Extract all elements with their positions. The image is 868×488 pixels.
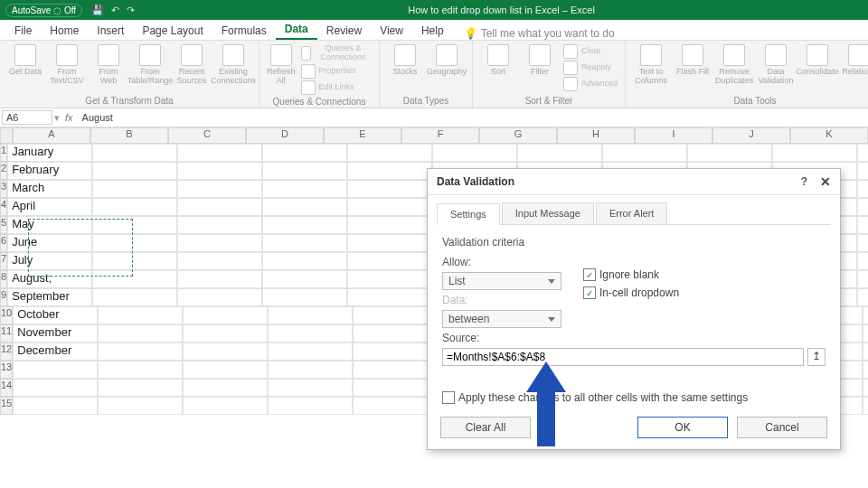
advanced-filter-button[interactable]: Advanced	[563, 77, 618, 91]
cell[interactable]	[863, 324, 868, 343]
cell[interactable]	[863, 379, 868, 397]
cell[interactable]: October	[13, 306, 98, 324]
cell[interactable]	[98, 324, 183, 343]
clear-filter-button[interactable]: Clear	[563, 44, 618, 59]
cell[interactable]: May	[7, 216, 92, 234]
select-all-corner[interactable]	[0, 127, 13, 144]
cell[interactable]: April	[7, 198, 92, 216]
row-header[interactable]: 9	[0, 288, 7, 306]
close-icon[interactable]: ✕	[820, 174, 831, 189]
cell[interactable]	[262, 234, 347, 252]
col-header[interactable]: B	[90, 127, 168, 144]
cell[interactable]	[857, 180, 868, 198]
col-header[interactable]: C	[168, 127, 246, 144]
from-text-csv-button[interactable]: From Text/CSV	[49, 44, 85, 86]
tab-view[interactable]: View	[371, 22, 412, 40]
tab-help[interactable]: Help	[412, 22, 453, 40]
ignore-blank-checkbox[interactable]: ✓Ignore blank	[583, 268, 679, 281]
cell[interactable]	[857, 144, 868, 162]
row-header[interactable]: 13	[0, 361, 13, 379]
cell[interactable]	[347, 252, 432, 270]
cell[interactable]	[262, 180, 347, 198]
save-icon[interactable]: 💾	[91, 5, 104, 16]
cell[interactable]	[772, 144, 857, 162]
clear-all-button[interactable]: Clear All	[440, 417, 531, 438]
cell[interactable]	[177, 180, 262, 198]
cell[interactable]	[268, 397, 353, 415]
cell[interactable]	[857, 252, 868, 270]
col-header[interactable]: A	[13, 127, 90, 144]
range-picker-icon[interactable]: ↥	[807, 348, 826, 366]
row-header[interactable]: 3	[0, 180, 7, 198]
fx-icon[interactable]: fx	[65, 112, 73, 123]
formula-input[interactable]: August	[79, 112, 868, 123]
existing-connections-button[interactable]: Existing Connections	[215, 44, 251, 86]
cell[interactable]	[857, 234, 868, 252]
cell[interactable]	[268, 343, 353, 361]
cell[interactable]	[177, 270, 262, 288]
text-to-columns-button[interactable]: Text to Columns	[633, 44, 669, 86]
cell[interactable]	[347, 180, 432, 198]
tab-formulas[interactable]: Formulas	[212, 22, 276, 40]
autosave-toggle[interactable]: AutoSave ◌ Off	[5, 4, 82, 17]
tab-home[interactable]: Home	[41, 22, 88, 40]
apply-all-checkbox[interactable]: Apply these changes to all other cells w…	[442, 391, 826, 404]
cell[interactable]	[863, 361, 868, 379]
cell[interactable]	[857, 162, 868, 180]
cell[interactable]	[92, 198, 177, 216]
relations-button[interactable]: Relations	[841, 44, 868, 77]
col-header[interactable]: K	[790, 127, 868, 144]
cell[interactable]	[177, 288, 262, 306]
cell[interactable]	[98, 343, 183, 361]
cell[interactable]	[347, 216, 432, 234]
recent-sources-button[interactable]: Recent Sources	[174, 44, 210, 86]
filter-button[interactable]: Filter	[522, 44, 558, 77]
from-table-range-button[interactable]: From Table/Range	[132, 44, 168, 86]
reapply-button[interactable]: Reapply	[563, 61, 618, 75]
row-header[interactable]: 1	[0, 144, 7, 162]
cell[interactable]	[92, 180, 177, 198]
tab-data[interactable]: Data	[276, 20, 317, 40]
row-header[interactable]: 10	[0, 306, 13, 324]
cell[interactable]	[183, 379, 268, 397]
col-header[interactable]: D	[246, 127, 324, 144]
undo-icon[interactable]: ↶	[111, 5, 119, 16]
cell[interactable]	[183, 343, 268, 361]
get-data-button[interactable]: Get Data	[7, 44, 43, 77]
cell[interactable]	[687, 144, 772, 162]
sort-button[interactable]: Sort	[480, 44, 516, 77]
cell[interactable]: December	[13, 343, 98, 361]
row-header[interactable]: 2	[0, 162, 7, 180]
cell[interactable]	[183, 324, 268, 343]
cell[interactable]	[347, 234, 432, 252]
row-header[interactable]: 7	[0, 252, 7, 270]
cell[interactable]	[857, 288, 868, 306]
cell[interactable]	[353, 306, 438, 324]
row-header[interactable]: 11	[0, 324, 13, 343]
cell[interactable]	[353, 379, 438, 397]
cell[interactable]: January	[7, 144, 92, 162]
cell[interactable]	[92, 234, 177, 252]
col-header[interactable]: G	[479, 127, 557, 144]
cancel-button[interactable]: Cancel	[737, 417, 827, 438]
col-header[interactable]: F	[401, 127, 479, 144]
cell[interactable]: June	[7, 234, 92, 252]
cell[interactable]	[347, 144, 432, 162]
cell[interactable]	[177, 234, 262, 252]
redo-icon[interactable]: ↷	[127, 5, 135, 16]
cell[interactable]	[268, 379, 353, 397]
row-header[interactable]: 5	[0, 216, 7, 234]
queries-connections-button[interactable]: Queries & Connections	[301, 44, 373, 62]
from-web-button[interactable]: From Web	[90, 44, 127, 86]
tab-file[interactable]: File	[5, 22, 41, 40]
cell[interactable]	[432, 144, 517, 162]
dropdown-icon[interactable]: ▾	[54, 112, 60, 124]
cell[interactable]	[268, 361, 353, 379]
cell[interactable]	[92, 288, 177, 306]
cell[interactable]	[98, 397, 183, 415]
in-cell-dropdown-checkbox[interactable]: ✓In-cell dropdown	[583, 286, 679, 299]
cell[interactable]	[92, 270, 177, 288]
cell[interactable]	[353, 397, 438, 415]
source-input[interactable]	[442, 348, 804, 366]
tab-error-alert[interactable]: Error Alert	[596, 202, 668, 224]
